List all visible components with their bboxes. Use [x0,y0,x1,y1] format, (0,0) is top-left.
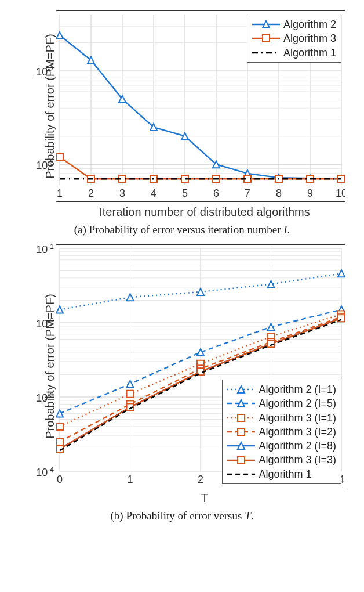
legend-label: Algorithm 3 (I=2) [259,425,336,439]
legend-label: Algorithm 3 (I=3) [259,453,336,467]
legend-label: Algorithm 3 [283,31,336,45]
figure-page: Probability of error (PM=PF) 12345678910… [0,0,364,547]
svg-text:4: 4 [151,187,156,199]
caption-b-text: (b) Probability of error versus [111,510,245,522]
svg-text:0: 0 [57,474,63,485]
legend-label: Algorithm 1 [259,467,311,481]
svg-text:6: 6 [213,187,219,199]
legend-label: Algorithm 2 (I=1) [259,382,336,396]
svg-text:10: 10 [336,187,345,199]
svg-rect-32 [275,175,282,182]
legend-label: Algorithm 3 (I=1) [259,411,336,425]
plot-a: 1234567891010-310-2Algorithm 2Algorithm … [56,10,345,202]
svg-rect-105 [238,414,245,421]
plot-a-wrap: Probability of error (PM=PF) 12345678910… [56,10,345,202]
svg-text:1: 1 [127,474,133,485]
legend-label: Algorithm 2 [283,17,336,31]
svg-rect-107 [238,428,245,435]
legend-swatch [227,456,255,465]
legend-swatch [227,385,255,394]
legend-item: Algorithm 1 [252,46,336,60]
legend-swatch [252,20,280,29]
ylabel-b: Probability of error (PM=PF) [43,294,57,439]
svg-text:9: 9 [307,187,313,199]
legend-swatch [252,48,280,57]
plot-b: 0123410-410-310-210-1Algorithm 2 (I=1)Al… [56,244,345,488]
panel-a: Probability of error (PM=PF) 12345678910… [10,10,354,236]
caption-a: (a) Probability of error versus iteratio… [10,223,354,236]
plot-b-wrap: Probability of error (PM=PF) 0123410-410… [56,244,345,488]
ylabel-a: Probability of error (PM=PF) [43,34,57,179]
caption-a-text: (a) Probability of error versus iteratio… [74,223,283,236]
legend-item: Algorithm 2 (I=1) [227,382,336,396]
svg-text:7: 7 [245,187,250,199]
svg-rect-25 [56,153,63,160]
svg-text:1: 1 [57,187,63,199]
legend-swatch [227,427,255,436]
legend-item: Algorithm 3 (I=2) [227,425,336,439]
svg-text:3: 3 [119,187,125,199]
legend-swatch [252,34,280,43]
legend-item: Algorithm 3 (I=1) [227,411,336,425]
legend-swatch [227,413,255,423]
svg-rect-28 [150,175,157,182]
svg-text:8: 8 [276,187,282,199]
legend-item: Algorithm 3 [252,31,336,45]
legend-item: Algorithm 2 (I=5) [227,396,336,410]
caption-b: (b) Probability of error versus T. [10,510,354,522]
legend-label: Algorithm 2 (I=8) [259,439,336,453]
legend-label: Algorithm 2 (I=5) [259,396,336,410]
svg-rect-47 [263,35,270,42]
legend-label: Algorithm 1 [283,46,336,60]
caption-a-suffix: . [287,223,290,236]
legend-item: Algorithm 2 (I=8) [227,439,336,453]
caption-b-suffix: . [251,510,254,522]
svg-rect-82 [56,423,63,430]
legend-swatch [227,441,255,450]
legend-item: Algorithm 2 [252,17,336,31]
legend-swatch [227,470,255,479]
xlabel-b: T [56,492,354,505]
xlabel-a: Iteration number of distributed algorith… [56,205,354,219]
legend: Algorithm 2 (I=1)Algorithm 2 (I=5)Algori… [222,380,341,484]
svg-rect-83 [127,391,134,398]
caption-b-var: T [245,510,251,522]
legend-item: Algorithm 3 (I=3) [227,453,336,467]
legend-swatch [227,399,255,408]
svg-text:2: 2 [88,187,94,199]
legend-item: Algorithm 1 [227,467,336,481]
svg-text:2: 2 [198,474,203,485]
svg-text:5: 5 [182,187,188,199]
svg-rect-110 [238,457,245,464]
panel-b: Probability of error (PM=PF) 0123410-410… [10,244,354,522]
legend: Algorithm 2Algorithm 3Algorithm 1 [247,15,341,63]
